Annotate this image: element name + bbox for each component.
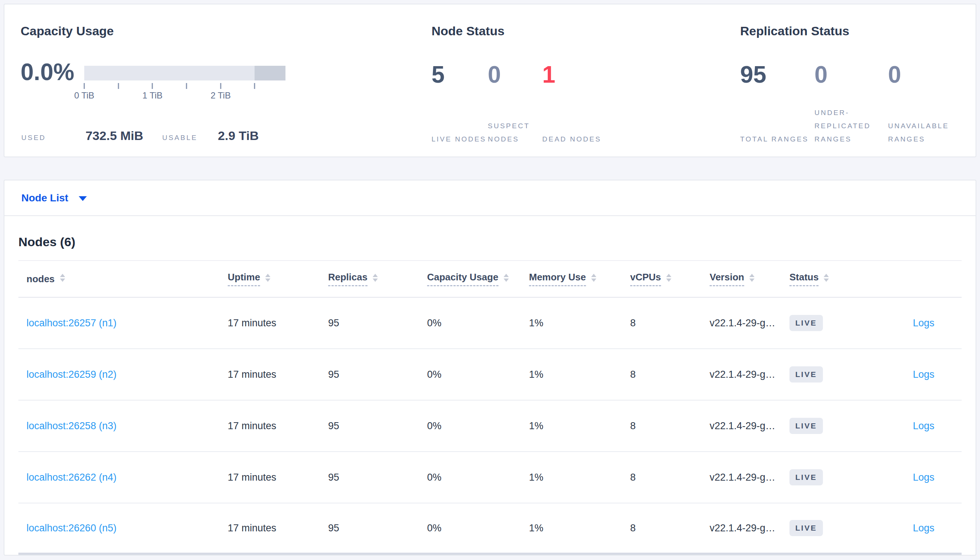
live-nodes-label: LIVE NODES <box>431 133 488 146</box>
replication-status-title: Replication Status <box>740 23 972 39</box>
table-row: localhost:26260 (n5) 17 minutes 95 0% 1%… <box>18 503 962 555</box>
column-header-nodes[interactable]: nodes <box>18 273 220 285</box>
used-label: USED <box>21 134 84 142</box>
version-cell: v22.1.4-29-g… <box>702 420 781 432</box>
uptime-cell: 17 minutes <box>220 317 320 329</box>
table-row: localhost:26262 (n4) 17 minutes 95 0% 1%… <box>18 452 962 503</box>
node-status-card: Node Status 5 LIVE NODES 0 SUSPECT NODES… <box>431 23 733 146</box>
node-status-stats: 5 LIVE NODES 0 SUSPECT NODES 1 DEAD NODE… <box>431 62 733 146</box>
status-badge: LIVE <box>789 367 823 383</box>
memory-cell: 1% <box>521 317 622 329</box>
uptime-cell: 17 minutes <box>220 420 320 432</box>
tick-label: 2 TiB <box>211 90 231 101</box>
unavailable-ranges-label: UNAVAILABLE RANGES <box>888 119 969 146</box>
capacity-cell: 0% <box>419 523 521 534</box>
capacity-detail-row: USED 732.5 MiB USABLE 2.9 TiB <box>21 128 259 143</box>
column-header-status[interactable]: Status <box>781 272 855 286</box>
tick-mark <box>254 83 255 89</box>
tick-mark <box>220 83 221 89</box>
capacity-gauge-bar <box>84 66 286 80</box>
unavailable-ranges-value: 0 <box>888 62 969 88</box>
replication-status-card: Replication Status 95 TOTAL RANGES 0 UND… <box>740 23 972 146</box>
logs-link[interactable]: Logs <box>913 420 934 432</box>
capacity-cell: 0% <box>419 369 521 380</box>
replicas-cell: 95 <box>320 472 419 483</box>
memory-cell: 1% <box>521 420 622 432</box>
under-replicated-ranges-label: UNDER-REPLICATED RANGES <box>814 106 888 146</box>
tick-label: 0 TiB <box>74 90 95 101</box>
capacity-usage-card: Capacity Usage 0.0% 0 TiB 1 TiB 2 TiB <box>21 23 425 39</box>
replicas-cell: 95 <box>320 420 419 432</box>
capacity-gauge-tick-labels: 0 TiB 1 TiB 2 TiB <box>84 90 286 102</box>
memory-cell: 1% <box>521 369 622 380</box>
node-list-dropdown[interactable]: Node List <box>4 180 976 216</box>
vcpus-cell: 8 <box>622 523 702 534</box>
node-link[interactable]: localhost:26259 (n2) <box>27 369 117 380</box>
live-nodes-value: 5 <box>431 62 488 88</box>
dead-nodes-value: 1 <box>542 62 612 88</box>
column-header-capacity-usage[interactable]: Capacity Usage <box>419 272 521 286</box>
column-header-memory-use[interactable]: Memory Use <box>521 272 622 286</box>
logs-link[interactable]: Logs <box>913 472 934 483</box>
dead-nodes-label: DEAD NODES <box>542 133 612 146</box>
sort-icon <box>666 274 671 282</box>
tick-mark <box>84 83 85 89</box>
capacity-gauge: 0 TiB 1 TiB 2 TiB <box>84 66 286 102</box>
table-row: localhost:26259 (n2) 17 minutes 95 0% 1%… <box>18 349 962 400</box>
status-badge: LIVE <box>789 469 823 485</box>
live-nodes-stat: 5 LIVE NODES <box>431 62 488 146</box>
usable-value: 2.9 TiB <box>218 128 259 143</box>
status-badge: LIVE <box>789 315 823 331</box>
total-ranges-stat: 95 TOTAL RANGES <box>740 62 814 146</box>
under-replicated-ranges-value: 0 <box>814 62 888 88</box>
logs-link[interactable]: Logs <box>913 369 934 380</box>
uptime-cell: 17 minutes <box>220 472 320 483</box>
nodes-table-header: nodes Uptime Replicas Capacity Usage Mem… <box>18 261 962 298</box>
sort-icon <box>503 274 509 282</box>
tick-mark <box>152 83 153 89</box>
uptime-cell: 17 minutes <box>220 369 320 380</box>
total-ranges-label: TOTAL RANGES <box>740 133 814 146</box>
column-header-uptime[interactable]: Uptime <box>220 272 320 286</box>
version-cell: v22.1.4-29-g… <box>702 369 781 380</box>
sort-icon <box>824 274 829 282</box>
suspect-nodes-label: SUSPECT NODES <box>488 119 542 146</box>
node-status-title: Node Status <box>431 23 733 39</box>
version-cell: v22.1.4-29-g… <box>702 472 781 483</box>
sort-icon <box>373 274 378 282</box>
node-link[interactable]: localhost:26260 (n5) <box>27 523 117 533</box>
column-header-replicas[interactable]: Replicas <box>320 272 419 286</box>
column-header-vcpus[interactable]: vCPUs <box>622 272 702 286</box>
capacity-usage-title: Capacity Usage <box>21 23 425 39</box>
node-link[interactable]: localhost:26257 (n1) <box>27 317 117 328</box>
node-link[interactable]: localhost:26258 (n3) <box>27 420 117 432</box>
version-cell: v22.1.4-29-g… <box>702 523 781 534</box>
table-row: localhost:26257 (n1) 17 minutes 95 0% 1%… <box>18 298 962 349</box>
sort-icon <box>591 274 596 282</box>
vcpus-cell: 8 <box>622 317 702 329</box>
node-list-dropdown-label[interactable]: Node List <box>21 192 69 204</box>
status-badge: LIVE <box>789 520 823 536</box>
total-ranges-value: 95 <box>740 62 814 88</box>
column-header-version[interactable]: Version <box>702 272 781 286</box>
status-badge: LIVE <box>789 418 823 434</box>
nodes-table-section: Nodes (6) nodes Uptime Replicas Capacity… <box>4 216 976 555</box>
logs-link[interactable]: Logs <box>913 317 934 328</box>
logs-link[interactable]: Logs <box>913 523 934 533</box>
chevron-down-icon <box>79 196 87 201</box>
nodes-table-title: Nodes (6) <box>18 216 962 261</box>
version-cell: v22.1.4-29-g… <box>702 317 781 329</box>
node-link[interactable]: localhost:26262 (n4) <box>27 472 117 483</box>
table-row: localhost:26258 (n3) 17 minutes 95 0% 1%… <box>18 400 962 452</box>
vcpus-cell: 8 <box>622 472 702 483</box>
dead-nodes-stat: 1 DEAD NODES <box>542 62 612 146</box>
tick-mark <box>186 83 187 89</box>
tick-label: 1 TiB <box>142 90 162 101</box>
capacity-percent-value: 0.0% <box>21 58 74 86</box>
capacity-cell: 0% <box>419 472 521 483</box>
replicas-cell: 95 <box>320 317 419 329</box>
replication-stats: 95 TOTAL RANGES 0 UNDER-REPLICATED RANGE… <box>740 62 972 146</box>
node-list-panel: Node List Nodes (6) nodes Uptime Replica… <box>4 180 976 556</box>
capacity-gauge-ticks <box>84 83 286 89</box>
tick-mark <box>118 83 119 89</box>
